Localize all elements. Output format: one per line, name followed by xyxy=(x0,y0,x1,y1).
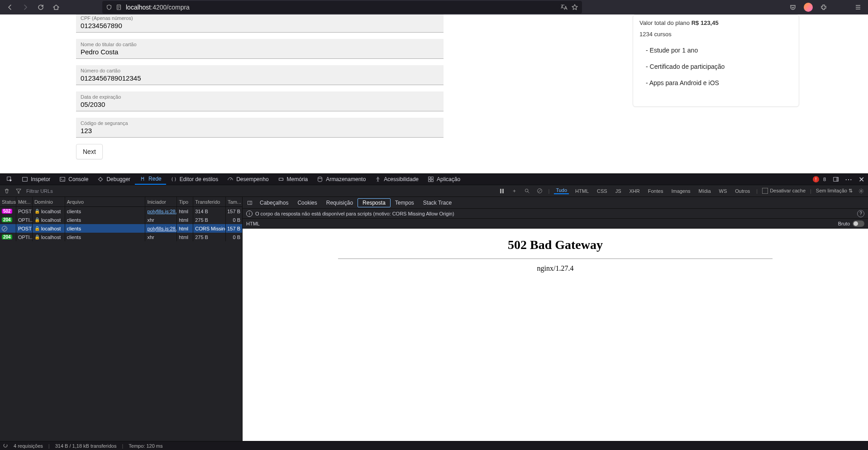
tab-rede[interactable]: Rede xyxy=(135,174,166,185)
search-icon[interactable] xyxy=(523,187,531,195)
dock-side-icon[interactable] xyxy=(831,174,841,184)
ublock-icon[interactable] xyxy=(835,1,847,14)
tab-desempenho[interactable]: Desempenho xyxy=(223,174,273,185)
detail-tabs: Cabeçalhos Cookies Requisição Resposta T… xyxy=(243,197,868,209)
filter-input[interactable]: Filtrar URLs xyxy=(26,188,53,194)
block-icon[interactable] xyxy=(536,187,544,195)
filter-outros[interactable]: Outros xyxy=(733,188,752,194)
cvv-field[interactable]: Código de segurança 123 xyxy=(76,118,444,138)
col-transferred[interactable]: Transferido xyxy=(193,197,226,206)
cpf-value: 01234567890 xyxy=(81,22,439,29)
forward-button[interactable] xyxy=(19,1,32,14)
cardholder-label: Nome do titular do cartão xyxy=(81,42,439,47)
home-button[interactable] xyxy=(50,1,62,14)
bookmark-icon[interactable] xyxy=(571,4,578,11)
response-server: nginx/1.27.4 xyxy=(537,264,574,273)
tab-debugger[interactable]: Debugger xyxy=(93,174,135,185)
cvv-label: Código de segurança xyxy=(81,120,439,126)
tab-console[interactable]: Console xyxy=(55,174,93,185)
cardholder-field[interactable]: Nome do titular do cartão Pedro Costa xyxy=(76,39,444,59)
network-toolbar: Filtrar URLs ＋ | Tudo HTML CSS JS XHR Fo… xyxy=(0,185,868,197)
svg-rect-13 xyxy=(836,177,838,182)
raw-toggle[interactable] xyxy=(853,220,864,227)
svg-point-18 xyxy=(860,190,862,192)
detail-close-icon[interactable] xyxy=(244,200,255,206)
filter-fontes[interactable]: Fontes xyxy=(646,188,665,194)
next-button[interactable]: Next xyxy=(76,144,103,159)
browser-toolbar: localhost:4200/compra xyxy=(0,0,868,14)
error-count-badge[interactable]: !8 xyxy=(813,176,828,182)
pause-icon[interactable] xyxy=(498,187,506,195)
tab-requisicao[interactable]: Requisição xyxy=(322,199,358,207)
settings-gear-icon[interactable] xyxy=(857,187,865,195)
devtools-close-icon[interactable]: ✕ xyxy=(856,174,866,184)
throttle-select[interactable]: Sem limitação ⇅ xyxy=(816,188,853,194)
profile-avatar[interactable] xyxy=(804,3,813,12)
filter-html[interactable]: HTML xyxy=(573,188,591,194)
table-row[interactable]: 502POST🔒localhostclientspolyfills.js:28.… xyxy=(0,207,242,215)
url-bar[interactable]: localhost:4200/compra xyxy=(102,1,582,14)
table-row[interactable]: 204OPTI...🔒localhostclientsxhrhtml275 B0… xyxy=(0,215,242,224)
svg-rect-3 xyxy=(60,177,65,182)
tab-resposta[interactable]: Resposta xyxy=(358,198,391,207)
filter-js[interactable]: JS xyxy=(614,188,623,194)
col-size[interactable]: Tam... xyxy=(226,197,242,206)
back-button[interactable] xyxy=(4,1,16,14)
col-domain[interactable]: Domínio xyxy=(33,197,65,206)
extensions-icon[interactable] xyxy=(817,1,830,14)
clear-icon[interactable] xyxy=(3,187,11,195)
col-status[interactable]: Status xyxy=(0,197,16,206)
devtools-more-icon[interactable]: ⋯ xyxy=(844,174,854,184)
filter-imagens[interactable]: Imagens xyxy=(669,188,692,194)
table-row[interactable]: 204OPTI...🔒localhostclientsxhrhtml275 B0… xyxy=(0,233,242,241)
svg-rect-15 xyxy=(502,189,504,193)
col-file[interactable]: Arquivo xyxy=(65,197,146,206)
network-list: Status Mét... Domínio Arquivo Iniciador … xyxy=(0,197,243,450)
network-detail: Cabeçalhos Cookies Requisição Resposta T… xyxy=(243,197,868,450)
devtools-tabs: Inspetor Console Debugger Rede Editor de… xyxy=(0,173,868,185)
add-icon[interactable]: ＋ xyxy=(510,187,519,195)
tab-stacktrace[interactable]: Stack Trace xyxy=(419,199,456,207)
filter-midia[interactable]: Mídia xyxy=(697,188,713,194)
page-content: CPF (Apenas números) 01234567890 Nome do… xyxy=(0,14,868,173)
tab-armazenamento[interactable]: Armazenamento xyxy=(312,174,370,185)
response-type-label: HTML xyxy=(246,221,260,226)
filter-css[interactable]: CSS xyxy=(595,188,609,194)
footer-spinner-icon xyxy=(3,443,8,449)
feature-item: - Certificado de participação xyxy=(646,63,792,70)
table-row[interactable]: POST🔒localhostclientspolyfills.js:28...h… xyxy=(0,224,242,233)
help-icon[interactable]: ? xyxy=(857,210,864,217)
filter-icon[interactable] xyxy=(14,187,23,195)
translate-icon[interactable] xyxy=(560,4,568,11)
svg-rect-5 xyxy=(279,178,283,180)
tab-editor-estilos[interactable]: Editor de estilos xyxy=(166,174,223,185)
tab-cabecalhos[interactable]: Cabeçalhos xyxy=(255,199,293,207)
filter-xhr[interactable]: XHR xyxy=(628,188,642,194)
tab-inspetor[interactable]: Inspetor xyxy=(17,174,55,185)
tab-tempos[interactable]: Tempos xyxy=(391,199,419,207)
tab-acessibilidade[interactable]: Acessibilidade xyxy=(370,174,423,185)
network-header-row: Status Mét... Domínio Arquivo Iniciador … xyxy=(0,197,242,207)
element-picker-button[interactable] xyxy=(2,174,17,185)
disable-cache-checkbox[interactable]: Desativar cache xyxy=(762,188,806,194)
footer-requests: 4 requisições xyxy=(14,443,43,449)
filter-ws[interactable]: WS xyxy=(717,188,729,194)
svg-rect-2 xyxy=(23,177,28,182)
cardnumber-field[interactable]: Número do cartão 0123456789012345 xyxy=(76,65,444,85)
reload-button[interactable] xyxy=(34,1,47,14)
col-method[interactable]: Mét... xyxy=(16,197,33,206)
shield-icon xyxy=(106,4,112,10)
app-menu-icon[interactable] xyxy=(852,1,864,14)
pocket-icon[interactable] xyxy=(787,1,799,14)
filter-tudo[interactable]: Tudo xyxy=(554,187,569,194)
col-type[interactable]: Tipo xyxy=(177,197,193,206)
col-initiator[interactable]: Iniciador xyxy=(145,197,177,206)
response-preview: 502 Bad Gateway nginx/1.27.4 xyxy=(243,229,868,450)
tab-cookies[interactable]: Cookies xyxy=(293,199,321,207)
tab-aplicacao[interactable]: Aplicação xyxy=(423,174,465,185)
tab-memoria[interactable]: Memória xyxy=(273,174,313,185)
document-icon xyxy=(116,4,122,10)
expiry-field[interactable]: Data de expiração 05/2030 xyxy=(76,91,444,111)
cpf-field[interactable]: CPF (Apenas números) 01234567890 xyxy=(76,14,444,33)
svg-rect-19 xyxy=(248,201,252,205)
